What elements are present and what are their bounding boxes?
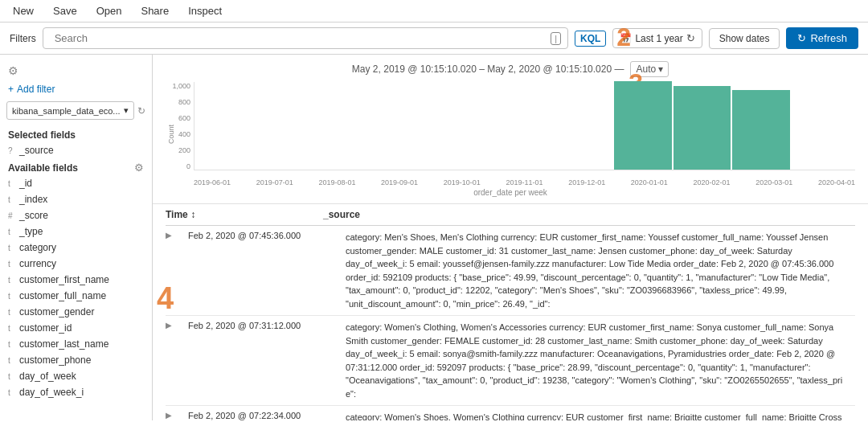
chart-date-range: May 2, 2019 @ 10:15:10.020 – May 2, 2020… (352, 64, 624, 75)
search-container: | (43, 27, 568, 49)
date-picker[interactable]: 📅 Last 1 year ↻ (612, 28, 702, 48)
y-label-800: 800 (178, 98, 190, 106)
selected-fields-title: Selected fields (0, 126, 152, 142)
menu-inspect[interactable]: Inspect (185, 3, 225, 18)
y-label-600: 600 (178, 114, 190, 122)
menu-new[interactable]: New (10, 3, 37, 18)
table-row: ▶ Feb 2, 2020 @ 07:31:12.000 category: W… (166, 316, 855, 406)
field-type: t (8, 372, 16, 381)
available-field-_type[interactable]: t_type (0, 223, 152, 240)
available-field-customer_id[interactable]: tcustomer_id (0, 320, 152, 336)
table-rows: ▶ Feb 2, 2020 @ 07:45:36.000 category: M… (166, 226, 855, 420)
available-field-customer_full_name[interactable]: tcustomer_full_name (0, 288, 152, 304)
selected-field-source[interactable]: ? _source (0, 142, 152, 158)
settings-icon[interactable]: ⚙ (8, 64, 18, 77)
settings-row: ⚙ (0, 61, 152, 80)
menu-save[interactable]: Save (50, 3, 80, 18)
chevron-down-icon: ▾ (124, 105, 129, 116)
add-filter-label: Add filter (17, 84, 55, 95)
chart-bars (194, 82, 855, 170)
field-type: t (8, 308, 16, 317)
chart-bar-4 (437, 168, 494, 170)
row-time: Feb 2, 2020 @ 07:45:36.000 (188, 231, 333, 240)
field-type: t (8, 340, 16, 349)
row-source: category: Women's Clothing, Women's Acce… (346, 321, 855, 400)
available-field-customer_first_name[interactable]: tcustomer_first_name (0, 272, 152, 288)
sort-icon[interactable]: ↕ (190, 209, 195, 220)
sidebar: ⚙ + Add filter kibana_sample_data_eco...… (0, 55, 153, 420)
chevron-down-auto-icon: ▾ (658, 64, 663, 75)
kql-badge[interactable]: KQL (575, 31, 606, 47)
field-name: currency (19, 258, 56, 269)
field-type: # (8, 211, 16, 220)
index-dropdown[interactable]: kibana_sample_data_eco... ▾ (6, 101, 134, 120)
field-type: t (8, 324, 16, 333)
x-label-2019-06-01: 2019-06-01 (194, 178, 231, 186)
add-filter[interactable]: + Add filter (0, 80, 152, 98)
available-field-customer_last_name[interactable]: tcustomer_last_name (0, 336, 152, 352)
chart-bar-6 (555, 168, 612, 170)
col-source-header: _source (323, 209, 855, 220)
menu-open[interactable]: Open (93, 3, 125, 18)
x-label-2019-12-01: 2019-12-01 (568, 178, 605, 186)
x-label-2020-02-01: 2020-02-01 (694, 178, 731, 186)
available-fields-gear-icon[interactable]: ⚙ (134, 162, 144, 174)
refresh-icon: ↻ (797, 32, 806, 44)
chart-bar-0 (201, 168, 258, 170)
available-field-_id[interactable]: t_id (0, 175, 152, 191)
available-field-customer_phone[interactable]: tcustomer_phone (0, 352, 152, 368)
available-field-day_of_week_i[interactable]: tday_of_week_i (0, 384, 152, 400)
expand-icon[interactable]: ▶ (166, 231, 172, 240)
filter-bar: Filters | KQL 📅 Last 1 year ↻ Show dates… (0, 23, 868, 55)
col-time-header: Time ↕ (166, 209, 310, 220)
field-name: customer_full_name (19, 290, 106, 301)
available-field-customer_gender[interactable]: tcustomer_gender (0, 304, 152, 320)
available-field-_score[interactable]: #_score (0, 207, 152, 223)
x-label-2019-09-01: 2019-09-01 (381, 178, 418, 186)
expand-icon[interactable]: ▶ (166, 411, 172, 420)
chart-header: May 2, 2019 @ 10:15:10.020 – May 2, 2020… (166, 61, 855, 77)
available-fields-title: Available fields (8, 162, 78, 174)
show-dates-button[interactable]: Show dates (709, 28, 780, 49)
field-type: t (8, 179, 16, 188)
chart-area: May 2, 2019 @ 10:15:10.020 – May 2, 2020… (153, 55, 868, 204)
main-layout: ⚙ + Add filter kibana_sample_data_eco...… (0, 55, 868, 420)
chart-bar-3 (378, 168, 435, 170)
x-axis-title: order_date per week (166, 188, 855, 197)
field-name: customer_phone (19, 354, 91, 366)
row-source: category: Men's Shoes, Men's Clothing cu… (346, 231, 855, 310)
available-field-category[interactable]: tcategory (0, 240, 152, 256)
index-name: kibana_sample_data_eco... (12, 106, 121, 116)
available-field-currency[interactable]: tcurrency (0, 256, 152, 272)
field-type: t (8, 244, 16, 252)
x-label-2020-03-01: 2020-03-01 (755, 178, 792, 186)
table-area: Time ↕ _source ▶ Feb 2, 2020 @ 07:45:36.… (153, 204, 868, 420)
available-field-_index[interactable]: t_index (0, 191, 152, 207)
refresh-small-icon[interactable]: ↻ (137, 105, 145, 117)
refresh-button[interactable]: ↻ Refresh (786, 27, 858, 49)
available-fields-list: t_idt_index#_scoret_typetcategorytcurren… (0, 175, 152, 400)
expand-icon[interactable]: ▶ (166, 321, 172, 330)
menu-share[interactable]: Share (137, 3, 172, 18)
field-name: _index (19, 194, 47, 205)
table-row: ▶ Feb 2, 2020 @ 07:22:34.000 category: W… (166, 406, 855, 420)
available-field-day_of_week[interactable]: tday_of_week (0, 368, 152, 384)
x-label-2019-07-01: 2019-07-01 (256, 178, 293, 186)
auto-select[interactable]: Auto ▾ (630, 61, 669, 77)
chart-bar-7 (614, 81, 671, 170)
x-label-2019-11-01: 2019-11-01 (506, 178, 542, 186)
field-type: t (8, 227, 16, 236)
y-label-400: 400 (178, 130, 190, 138)
row-source: category: Women's Shoes, Women's Clothin… (346, 411, 855, 420)
search-input[interactable] (50, 31, 545, 46)
field-type: t (8, 195, 16, 204)
auto-label: Auto (636, 64, 656, 75)
chart-bar-1 (260, 168, 317, 170)
field-name: day_of_week (19, 371, 76, 382)
y-label-1000: 1,000 (172, 82, 190, 90)
chart-bar-9 (732, 90, 789, 170)
chart-container: 1,000 800 600 400 200 0 2019-06-012019-0… (166, 82, 855, 186)
y-axis-label: Count (167, 125, 175, 144)
plus-icon: + (8, 84, 14, 95)
table-header: Time ↕ _source (166, 204, 855, 226)
